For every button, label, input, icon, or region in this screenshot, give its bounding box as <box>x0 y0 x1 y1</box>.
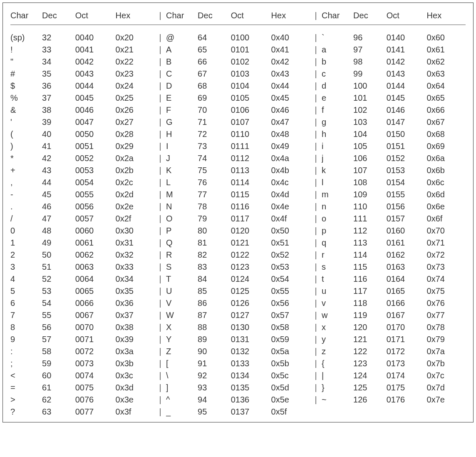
cell-char: T <box>166 273 198 285</box>
separator-icon: | <box>310 164 322 176</box>
cell-char: o <box>322 213 353 225</box>
table-row: >6200760x3e|^9401360x5e|~12601760x7e <box>10 394 466 406</box>
cell-oct: 0166 <box>387 297 427 309</box>
cell-hex: 0x49 <box>271 140 310 152</box>
table-cell-block: ;5900730x3b <box>10 358 154 370</box>
cell-hex: 0x3f <box>116 406 154 418</box>
cell-oct: 0054 <box>75 176 116 189</box>
cell-oct: 0065 <box>75 285 116 297</box>
separator-icon: | <box>310 9 322 22</box>
table-cell-block: x12001700x78 <box>322 321 466 333</box>
cell-oct: 0051 <box>75 140 116 152</box>
header-row: Char Dec Oct Hex | Char Dec Oct Hex | Ch… <box>10 9 466 22</box>
separator-icon: | <box>310 297 322 309</box>
cell-char: \ <box>166 370 198 382</box>
cell-dec: 64 <box>198 32 231 44</box>
table-cell-block: '3900470x27 <box>10 116 154 128</box>
cell-dec: 97 <box>353 44 387 56</box>
cell-hex: 0x21 <box>116 44 154 56</box>
cell-hex: 0x4f <box>271 213 310 225</box>
cell-oct: 0103 <box>231 68 271 80</box>
cell-oct: 0147 <box>387 116 427 128</box>
cell-oct: 0113 <box>231 164 271 176</box>
cell-char: " <box>10 56 42 68</box>
cell-hex: 0x37 <box>116 309 154 321</box>
cell-char: ] <box>166 382 198 394</box>
cell-hex: 0x35 <box>116 285 154 297</box>
cell-dec: 33 <box>42 44 75 56</box>
header-oct: Oct <box>75 9 116 22</box>
cell-char: E <box>166 92 198 104</box>
cell-dec: 70 <box>198 104 231 116</box>
cell-char: l <box>322 176 353 189</box>
cell-dec: 101 <box>353 92 387 104</box>
cell-hex: 0x77 <box>427 309 466 321</box>
cell-hex: 0x41 <box>271 44 310 56</box>
table-cell-block: F7001060x46 <box>166 104 310 116</box>
cell-char: z <box>322 345 353 358</box>
table-row: /4700570x2f|O7901170x4f|o11101570x6f <box>10 213 466 225</box>
cell-dec: 47 <box>42 213 75 225</box>
table-cell-block: Z9001320x5a <box>166 345 310 358</box>
cell-hex: 0x23 <box>116 68 154 80</box>
cell-oct: 0133 <box>231 358 271 370</box>
cell-dec: 89 <box>198 333 231 345</box>
table-cell-block: P8001200x50 <box>166 225 310 237</box>
cell-dec: 124 <box>353 370 387 382</box>
cell-oct: 0130 <box>231 321 271 333</box>
separator-icon: | <box>154 382 166 394</box>
table-cell-block: 85600700x38 <box>10 321 154 333</box>
table-cell-block: h10401500x68 <box>322 128 466 140</box>
cell-char: X <box>166 321 198 333</box>
cell-char: ` <box>322 32 353 44</box>
cell-hex: 0x61 <box>427 44 466 56</box>
table-row: #3500430x23|C6701030x43|c9901430x63 <box>10 68 466 80</box>
table-cell-block: $3600440x24 <box>10 80 154 92</box>
cell-dec: 105 <box>353 140 387 152</box>
table-cell-block: =6100750x3d <box>10 382 154 394</box>
cell-dec: 86 <box>198 297 231 309</box>
cell-dec: 95 <box>198 406 231 418</box>
cell-char: Y <box>166 333 198 345</box>
table-cell-block: U8501250x55 <box>166 285 310 297</box>
cell-hex: 0x2a <box>116 152 154 164</box>
cell-char: a <box>322 44 353 56</box>
table-cell-block: >6200760x3e <box>10 394 154 406</box>
cell-oct: 0115 <box>231 189 271 201</box>
cell-char: - <box>10 189 42 201</box>
table-cell-block: u11701650x75 <box>322 285 466 297</box>
table-cell-block: 65400660x36 <box>10 297 154 309</box>
cell-dec: 116 <box>353 273 387 285</box>
table-cell-block: 45200640x34 <box>10 273 154 285</box>
cell-char: V <box>166 297 198 309</box>
separator-icon: | <box>154 201 166 213</box>
cell-char: K <box>166 164 198 176</box>
separator-icon: | <box>310 116 322 128</box>
cell-char: f <box>322 104 353 116</box>
cell-oct: 0040 <box>75 32 116 44</box>
table-row: %3700450x25|E6901050x45|e10101450x65 <box>10 92 466 104</box>
cell-oct: 0047 <box>75 116 116 128</box>
cell-char: F <box>166 104 198 116</box>
table-cell-block: ?6300770x3f <box>10 406 154 418</box>
separator-icon: | <box>310 80 322 92</box>
header-block-2: Char Dec Oct Hex <box>166 9 310 22</box>
cell-oct: 0155 <box>387 189 427 201</box>
separator-icon: | <box>154 249 166 261</box>
cell-oct: 0107 <box>231 116 271 128</box>
table-cell-block: 55300650x35 <box>10 285 154 297</box>
cell-dec: 106 <box>353 152 387 164</box>
cell-char: c <box>322 68 353 80</box>
cell-char: i <box>322 140 353 152</box>
cell-hex: 0x2b <box>116 164 154 176</box>
cell-hex: 0x70 <box>427 225 466 237</box>
cell-dec: 65 <box>198 44 231 56</box>
table-cell-block: 75500670x37 <box>10 309 154 321</box>
separator-icon: | <box>310 176 322 189</box>
cell-char: 4 <box>10 273 42 285</box>
cell-dec: 55 <box>42 309 75 321</box>
cell-dec: 41 <box>42 140 75 152</box>
cell-char: C <box>166 68 198 80</box>
table-cell-block: k10701530x6b <box>322 164 466 176</box>
separator-icon: | <box>310 394 322 406</box>
